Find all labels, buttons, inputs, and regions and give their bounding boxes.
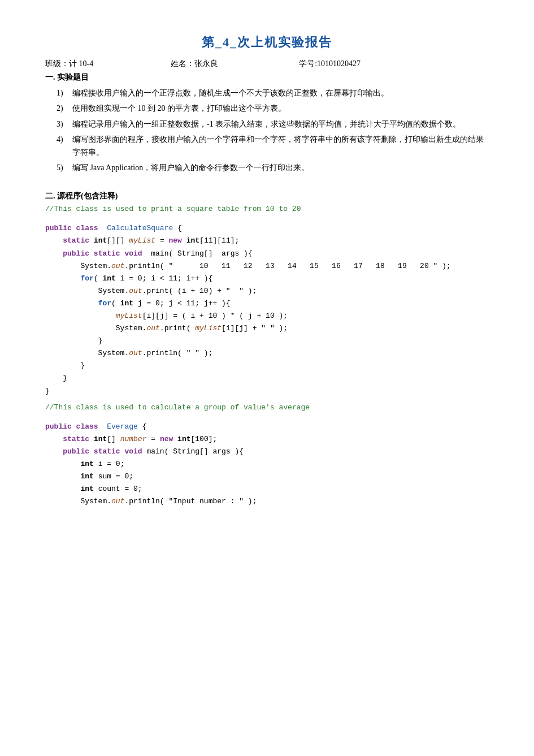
list-text: 使用数组实现一个 10 到 20 的平方表，打印输出这个平方表。 [72, 102, 489, 115]
list-num: 4) [57, 133, 72, 159]
list-text: 编程接收用户输入的一个正浮点数，随机生成一个不大于该数的正整数，在屏幕打印输出。 [72, 87, 489, 100]
class-info: 班级：计 10-4 姓名：张永良 学号:10101020427 [45, 59, 361, 69]
comment1: //This class is used to print a square t… [45, 205, 489, 213]
page-title: 第_4_次上机实验报告 [45, 34, 489, 51]
list-text: 编写 Java Application，将用户输入的命令行参数一个一行打印出来。 [72, 162, 489, 174]
list-num: 5) [57, 162, 72, 174]
list-text: 编程记录用户输入的一组正整数数据，-1 表示输入结束，求这些数据的平均值，并统计… [72, 118, 489, 131]
list-item: 4) 编写图形界面的程序，接收用户输入的一个字符串和一个字符，将字符串中的所有该… [57, 133, 489, 159]
code-block-1: public class CalculateSquare { static in… [45, 222, 489, 397]
list-num: 1) [57, 87, 72, 100]
meta-row: 班级：计 10-4 姓名：张永良 学号:10101020427 [45, 59, 489, 69]
section1-title: 一. 实验题目 [45, 72, 489, 83]
list-item: 3) 编程记录用户输入的一组正整数数据，-1 表示输入结束，求这些数据的平均值，… [57, 118, 489, 131]
list-num: 3) [57, 118, 72, 131]
list-item: 5) 编写 Java Application，将用户输入的命令行参数一个一行打印… [57, 162, 489, 174]
code-block-2: public class Everage { static int[] numb… [45, 421, 489, 508]
list-item: 2) 使用数组实现一个 10 到 20 的平方表，打印输出这个平方表。 [57, 102, 489, 115]
section2-title: 二. 源程序(包含注释) [45, 191, 489, 201]
list-items: 1) 编程接收用户输入的一个正浮点数，随机生成一个不大于该数的正整数，在屏幕打印… [57, 87, 489, 174]
list-text: 编写图形界面的程序，接收用户输入的一个字符串和一个字符，将字符串中的所有该字符删… [72, 133, 489, 159]
list-num: 2) [57, 102, 72, 115]
comment2: //This class is used to calculate a grou… [45, 403, 489, 412]
list-item: 1) 编程接收用户输入的一个正浮点数，随机生成一个不大于该数的正整数，在屏幕打印… [57, 87, 489, 100]
